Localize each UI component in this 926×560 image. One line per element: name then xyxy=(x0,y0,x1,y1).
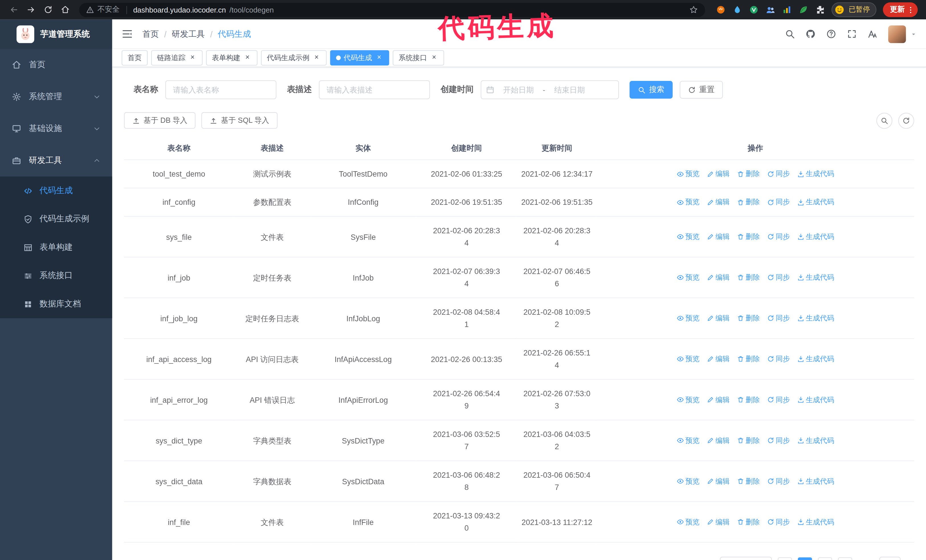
sidebar-item-codegen-example[interactable]: 代码生成示例 xyxy=(0,205,112,233)
op-delete-link[interactable]: 删除 xyxy=(737,393,760,406)
import-sql-button[interactable]: 基于 SQL 导入 xyxy=(201,112,277,129)
chart-extension-icon[interactable] xyxy=(782,5,792,15)
op-preview-link[interactable]: 预览 xyxy=(676,196,699,208)
op-preview-link[interactable]: 预览 xyxy=(676,516,699,528)
page-1-button[interactable]: 1 xyxy=(798,557,812,560)
github-icon[interactable] xyxy=(805,29,816,39)
op-edit-link[interactable]: 编辑 xyxy=(707,434,730,447)
drop-extension-icon[interactable] xyxy=(732,5,742,15)
search-icon[interactable] xyxy=(785,29,795,39)
tab-close-icon[interactable]: × xyxy=(312,54,321,62)
op-delete-link[interactable]: 删除 xyxy=(737,168,760,180)
fox-extension-icon[interactable] xyxy=(716,5,726,15)
op-generate-link[interactable]: 生成代码 xyxy=(797,516,834,528)
op-edit-link[interactable]: 编辑 xyxy=(707,168,730,180)
op-generate-link[interactable]: 生成代码 xyxy=(797,393,834,406)
op-sync-link[interactable]: 同步 xyxy=(767,353,790,365)
op-sync-link[interactable]: 同步 xyxy=(767,168,790,180)
op-sync-link[interactable]: 同步 xyxy=(767,196,790,208)
op-generate-link[interactable]: 生成代码 xyxy=(797,434,834,447)
address-bar[interactable]: 不安全 dashboard.yudao.iocoder.cn/tool/code… xyxy=(79,3,705,17)
tab-home[interactable]: 首页 xyxy=(122,50,148,65)
op-sync-link[interactable]: 同步 xyxy=(767,475,790,488)
page-size-select[interactable]: 10条/页 xyxy=(720,557,772,560)
op-delete-link[interactable]: 删除 xyxy=(737,196,760,208)
sidebar-item-system-api[interactable]: 系统接口 xyxy=(0,261,112,290)
op-delete-link[interactable]: 删除 xyxy=(737,271,760,284)
date-end-input[interactable] xyxy=(548,86,591,94)
leaf-extension-icon[interactable] xyxy=(798,5,808,15)
avatar[interactable] xyxy=(888,25,906,43)
op-delete-link[interactable]: 删除 xyxy=(737,231,760,243)
op-edit-link[interactable]: 编辑 xyxy=(707,312,730,325)
date-range-picker[interactable]: - xyxy=(481,80,619,99)
op-delete-link[interactable]: 删除 xyxy=(737,353,760,365)
toggle-search-button[interactable] xyxy=(876,113,893,128)
tab-close-icon[interactable]: × xyxy=(243,54,251,62)
sidebar-item-infrastructure[interactable]: 基础设施 xyxy=(0,113,112,145)
op-generate-link[interactable]: 生成代码 xyxy=(797,196,834,208)
op-sync-link[interactable]: 同步 xyxy=(767,393,790,406)
op-sync-link[interactable]: 同步 xyxy=(767,312,790,325)
fullscreen-icon[interactable] xyxy=(847,29,857,39)
bookmark-star-icon[interactable] xyxy=(689,5,698,14)
tab-system-api[interactable]: 系统接口 × xyxy=(393,50,444,65)
tab-close-icon[interactable]: × xyxy=(375,54,383,62)
tab-codegen-example[interactable]: 代码生成示例 × xyxy=(261,50,327,65)
table-desc-input[interactable] xyxy=(319,80,430,99)
sidebar-item-codegen[interactable]: 代码生成 xyxy=(0,177,112,205)
op-preview-link[interactable]: 预览 xyxy=(676,312,699,325)
tab-close-icon[interactable]: × xyxy=(430,54,438,62)
op-generate-link[interactable]: 生成代码 xyxy=(797,312,834,325)
op-delete-link[interactable]: 删除 xyxy=(737,475,760,488)
sidebar-item-system-mgmt[interactable]: 系统管理 xyxy=(0,81,112,113)
browser-update-button[interactable]: 更新 xyxy=(883,2,918,17)
sidebar-toggle-icon[interactable] xyxy=(122,28,133,39)
tab-codegen[interactable]: 代码生成 × xyxy=(330,50,389,65)
op-edit-link[interactable]: 编辑 xyxy=(707,231,730,243)
date-start-input[interactable] xyxy=(496,86,540,94)
op-delete-link[interactable]: 删除 xyxy=(737,434,760,447)
op-preview-link[interactable]: 预览 xyxy=(676,393,699,406)
browser-back-button[interactable] xyxy=(6,2,22,18)
users-extension-icon[interactable] xyxy=(765,5,775,15)
op-preview-link[interactable]: 预览 xyxy=(676,231,699,243)
puzzle-icon[interactable] xyxy=(815,5,825,15)
op-generate-link[interactable]: 生成代码 xyxy=(797,231,834,243)
op-edit-link[interactable]: 编辑 xyxy=(707,393,730,406)
sidebar-item-home[interactable]: 首页 xyxy=(0,49,112,81)
search-button[interactable]: 搜索 xyxy=(629,81,672,98)
op-delete-link[interactable]: 删除 xyxy=(737,516,760,528)
next-page-button[interactable] xyxy=(838,557,852,560)
breadcrumb-home[interactable]: 首页 xyxy=(142,29,159,39)
op-sync-link[interactable]: 同步 xyxy=(767,231,790,243)
op-edit-link[interactable]: 编辑 xyxy=(707,516,730,528)
tab-trace[interactable]: 链路追踪 × xyxy=(151,50,203,65)
sidebar-item-db-doc[interactable]: 数据库文档 xyxy=(0,290,112,318)
table-name-input[interactable] xyxy=(165,80,276,99)
op-edit-link[interactable]: 编辑 xyxy=(707,475,730,488)
reset-button[interactable]: 重置 xyxy=(680,81,723,98)
tab-close-icon[interactable]: × xyxy=(188,54,197,62)
caret-down-icon[interactable] xyxy=(911,31,917,37)
op-sync-link[interactable]: 同步 xyxy=(767,434,790,447)
browser-forward-button[interactable] xyxy=(23,2,39,18)
page-2-button[interactable]: 2 xyxy=(818,557,832,560)
op-sync-link[interactable]: 同步 xyxy=(767,271,790,284)
op-preview-link[interactable]: 预览 xyxy=(676,168,699,180)
breadcrumb-devtools[interactable]: 研发工具 xyxy=(172,29,205,39)
op-preview-link[interactable]: 预览 xyxy=(676,434,699,447)
op-edit-link[interactable]: 编辑 xyxy=(707,196,730,208)
op-preview-link[interactable]: 预览 xyxy=(676,271,699,284)
goto-page-input[interactable] xyxy=(879,557,901,560)
sidebar-item-devtools[interactable]: 研发工具 xyxy=(0,145,112,177)
op-generate-link[interactable]: 生成代码 xyxy=(797,353,834,365)
app-logo[interactable]: 芋道管理系统 xyxy=(0,20,112,49)
refresh-table-button[interactable] xyxy=(898,113,914,128)
sidebar-item-form-builder[interactable]: 表单构建 xyxy=(0,233,112,261)
op-generate-link[interactable]: 生成代码 xyxy=(797,475,834,488)
op-generate-link[interactable]: 生成代码 xyxy=(797,271,834,284)
op-sync-link[interactable]: 同步 xyxy=(767,516,790,528)
op-delete-link[interactable]: 删除 xyxy=(737,312,760,325)
op-edit-link[interactable]: 编辑 xyxy=(707,353,730,365)
